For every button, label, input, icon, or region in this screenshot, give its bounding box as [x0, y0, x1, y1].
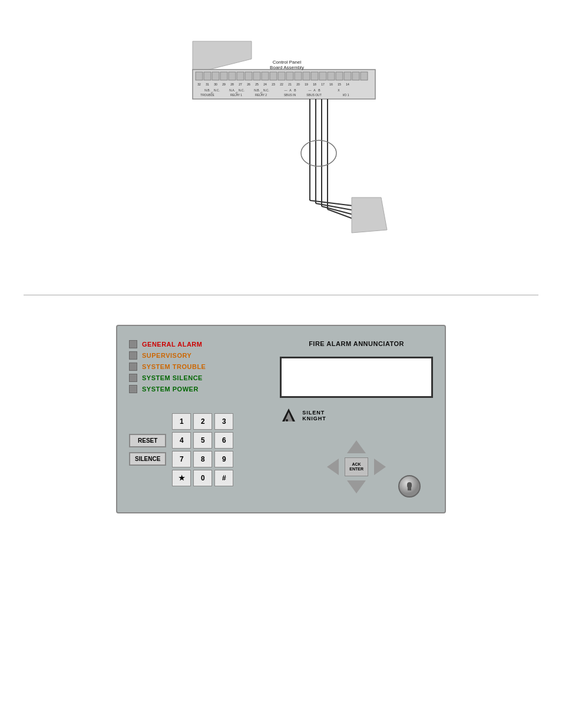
- key-7[interactable]: 7: [172, 451, 191, 467]
- svg-text:X: X: [338, 88, 340, 92]
- indicator-system-trouble: SYSTEM TROUBLE: [129, 363, 268, 371]
- svg-text:—: —: [285, 88, 287, 92]
- led-system-trouble: [129, 363, 137, 371]
- svg-text:29: 29: [222, 83, 226, 86]
- svg-text:B: B: [318, 88, 320, 92]
- svg-rect-18: [328, 72, 335, 80]
- svg-text:23: 23: [272, 83, 275, 86]
- svg-text:N.B.: N.B.: [254, 88, 260, 92]
- svg-text:22: 22: [280, 83, 283, 86]
- nav-right-button[interactable]: [374, 459, 386, 475]
- left-arrow-icon: [327, 459, 339, 475]
- svg-text:A: A: [289, 88, 292, 92]
- svg-text:N.C.: N.C.: [214, 88, 220, 92]
- svg-text:C: C: [236, 91, 238, 95]
- reset-button[interactable]: RESET: [129, 434, 166, 447]
- svg-text:N.A.: N.A.: [229, 88, 235, 92]
- svg-rect-8: [245, 72, 252, 80]
- nav-and-key-area: ACK ENTER: [280, 436, 433, 500]
- svg-rect-3: [204, 72, 211, 80]
- key-1[interactable]: 1: [172, 413, 191, 430]
- enter-label: ENTER: [349, 467, 363, 472]
- svg-point-70: [301, 140, 336, 166]
- nav-up-button[interactable]: [347, 440, 366, 453]
- svg-rect-75: [358, 202, 374, 210]
- svg-rect-13: [286, 72, 293, 80]
- svg-rect-79: [359, 203, 364, 208]
- key-3[interactable]: 3: [214, 413, 233, 430]
- key-hash[interactable]: #: [214, 470, 233, 486]
- fire-alarm-title: FIRE ALARM ANNUNCIATOR: [280, 340, 433, 347]
- svg-text:I/O 1: I/O 1: [343, 93, 349, 97]
- label-general-alarm: GENERAL ALARM: [142, 341, 202, 348]
- key-star[interactable]: ★: [172, 470, 191, 486]
- annunciator-panel: GENERAL ALARM SUPERVISORY SYSTEM TROUBLE…: [116, 325, 446, 513]
- svg-text:30: 30: [214, 83, 217, 86]
- svg-rect-6: [229, 72, 236, 80]
- key-2[interactable]: 2: [193, 413, 212, 430]
- led-system-silence: [129, 374, 137, 382]
- svg-rect-16: [311, 72, 318, 80]
- svg-rect-15: [303, 72, 310, 80]
- nav-diamond: ACK ENTER: [327, 440, 386, 493]
- key-5[interactable]: 5: [193, 432, 212, 449]
- indicator-system-power: SYSTEM POWER: [129, 385, 268, 393]
- svg-rect-1: [193, 70, 375, 99]
- svg-text:SBUS IN: SBUS IN: [284, 93, 296, 97]
- svg-rect-4: [212, 72, 219, 80]
- svg-rect-5: [220, 72, 227, 80]
- key-8[interactable]: 8: [193, 451, 212, 467]
- label-system-trouble: SYSTEM TROUBLE: [142, 363, 206, 370]
- display-screen: [280, 357, 433, 398]
- svg-text:19: 19: [305, 83, 308, 86]
- side-buttons: RESET SILENCE: [129, 434, 166, 466]
- svg-rect-19: [336, 72, 343, 80]
- svg-line-73: [322, 206, 358, 216]
- diagram-container: 32 31 30 29 28 27 26 25 24 23 22 21 20 1…: [157, 24, 405, 271]
- down-arrow-icon: [347, 480, 366, 493]
- keypad-area: RESET SILENCE 1 2 3 4 5 6 7 8 9 ★ 0 #: [129, 413, 268, 486]
- svg-text:26: 26: [247, 83, 250, 86]
- silence-button[interactable]: SILENCE: [129, 452, 166, 466]
- brand-line1: SILENT: [302, 410, 326, 416]
- wiring-diagram-section: 32 31 30 29 28 27 26 25 24 23 22 21 20 1…: [0, 0, 562, 283]
- indicator-general-alarm: GENERAL ALARM: [129, 340, 268, 348]
- led-system-power: [129, 385, 137, 393]
- key-cylinder-area: [398, 475, 421, 500]
- svg-line-72: [316, 203, 358, 211]
- svg-text:18: 18: [313, 83, 316, 86]
- ack-enter-button[interactable]: ACK ENTER: [345, 457, 368, 476]
- key-0[interactable]: 0: [193, 470, 212, 486]
- led-supervisory: [129, 351, 137, 360]
- svg-rect-77: [358, 213, 374, 222]
- svg-marker-85: [352, 197, 387, 233]
- svg-text:A: A: [313, 88, 316, 92]
- svg-text:21: 21: [288, 83, 292, 86]
- svg-text:N.C.: N.C.: [263, 88, 269, 92]
- ack-label: ACK: [352, 462, 361, 467]
- left-column: GENERAL ALARM SUPERVISORY SYSTEM TROUBLE…: [129, 340, 268, 500]
- svg-text:—: —: [309, 88, 312, 92]
- svg-text:16: 16: [329, 83, 333, 86]
- nav-left-button[interactable]: [327, 459, 339, 475]
- key-4[interactable]: 4: [172, 432, 191, 449]
- key-6[interactable]: 6: [214, 432, 233, 449]
- label-system-power: SYSTEM POWER: [142, 386, 199, 393]
- svg-text:RELAY 1: RELAY 1: [230, 93, 242, 97]
- nav-down-button[interactable]: [347, 480, 366, 493]
- brand-line2: KNIGHT: [302, 416, 326, 421]
- svg-rect-21: [352, 72, 359, 80]
- svg-rect-10: [262, 72, 269, 80]
- key-9[interactable]: 9: [214, 451, 233, 467]
- svg-text:N.B.: N.B.: [204, 88, 210, 92]
- label-supervisory: SUPERVISORY: [142, 352, 191, 359]
- svg-text:Board Assembly: Board Assembly: [270, 65, 304, 70]
- svg-text:TROUBLE: TROUBLE: [200, 93, 214, 97]
- svg-text:B: B: [294, 88, 296, 92]
- section-divider: [24, 295, 538, 295]
- svg-rect-14: [295, 72, 302, 80]
- key-cylinder-icon: [398, 475, 421, 498]
- svg-rect-7: [237, 72, 244, 80]
- svg-text:A: A: [376, 210, 379, 215]
- svg-rect-20: [344, 72, 351, 80]
